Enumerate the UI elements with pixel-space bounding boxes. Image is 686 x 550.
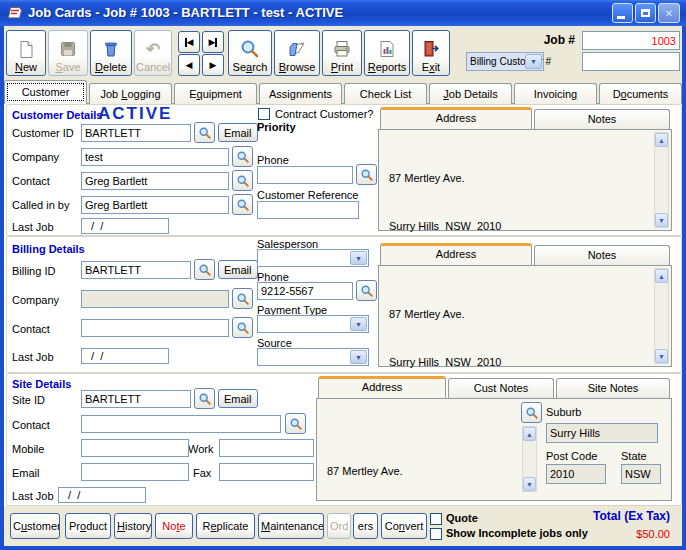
toolbar-browse-button[interactable]: Browse — [274, 30, 320, 76]
footer-orders-button[interactable]: ers — [353, 513, 378, 539]
scroll-down-button[interactable]: ▼ — [523, 477, 536, 491]
customer-id-lookup-button[interactable] — [194, 122, 215, 143]
customer-notes-tab[interactable]: Notes — [534, 109, 670, 129]
scroll-down-button[interactable]: ▼ — [655, 349, 668, 363]
site-contact-field[interactable] — [81, 415, 281, 433]
customer-email-button[interactable]: Email — [218, 123, 258, 142]
nav-next-button[interactable]: ▶ — [202, 54, 224, 76]
job-number-field[interactable] — [582, 31, 680, 50]
site-work-field[interactable] — [219, 439, 314, 457]
billing-notes-tab[interactable]: Notes — [534, 245, 670, 265]
scrollbar[interactable]: ▲ ▼ — [654, 132, 669, 228]
toolbar-search-button[interactable]: Search — [228, 30, 272, 76]
scroll-down-icon: ▼ — [658, 353, 665, 360]
footer-replicate-button[interactable]: Replicate — [196, 513, 255, 539]
billing-phone-field[interactable] — [257, 282, 353, 300]
billing-id-field[interactable] — [81, 261, 191, 279]
company-lookup-button[interactable] — [232, 146, 253, 167]
tab-invoicing[interactable]: Invoicing — [514, 83, 597, 104]
state-field[interactable] — [621, 464, 661, 484]
cust-notes-tab[interactable]: Cust Notes — [448, 378, 554, 398]
toolbar-delete-button[interactable]: Delete — [90, 30, 132, 76]
footer-convert-button[interactable]: Convert — [381, 513, 427, 539]
site-contact-lookup-button[interactable] — [285, 413, 306, 434]
toolbar-cancel-button[interactable]: ↶ Cancel — [134, 30, 172, 76]
billing-id-lookup-button[interactable] — [194, 259, 215, 280]
toolbar-reports-button[interactable]: Reports — [364, 30, 410, 76]
tab-check-list[interactable]: Check List — [344, 83, 427, 104]
footer-product-button[interactable]: Product — [65, 513, 111, 539]
tab-assignments[interactable]: Assignments — [259, 83, 342, 104]
called-in-by-field[interactable] — [81, 196, 229, 214]
payment-type-combo[interactable]: ▼ — [257, 315, 369, 333]
tab-equipment[interactable]: Equipment — [174, 83, 257, 104]
phone-lookup-button[interactable] — [356, 164, 377, 185]
close-button[interactable]: ✕ — [658, 3, 680, 23]
toolbar-save-button[interactable]: Save — [48, 30, 88, 76]
billing-last-job-field[interactable] — [81, 348, 169, 364]
site-fax-field[interactable] — [219, 463, 314, 481]
scroll-up-button[interactable]: ▲ — [655, 133, 668, 147]
scroll-up-button[interactable]: ▲ — [655, 269, 668, 283]
chevron-down-icon[interactable]: ▼ — [350, 251, 367, 265]
show-incomplete-checkbox[interactable] — [430, 528, 442, 540]
site-id-field[interactable] — [81, 390, 191, 408]
tab-documents[interactable]: Documents — [599, 83, 682, 104]
scrollbar[interactable]: ▲ ▼ — [522, 426, 537, 492]
footer-orders-button-disabled[interactable]: Ord — [327, 513, 351, 539]
suburb-lookup-button[interactable] — [521, 402, 542, 423]
quote-checkbox[interactable] — [430, 513, 442, 525]
contact-lookup-button[interactable] — [232, 170, 253, 191]
nav-prev-button[interactable]: ◀ — [178, 54, 200, 76]
footer-customer-button[interactable]: Customer — [10, 513, 60, 539]
chevron-down-icon[interactable]: ▼ — [350, 350, 367, 364]
chevron-down-icon[interactable]: ▼ — [525, 54, 542, 69]
nav-last-button[interactable]: ▶ — [202, 31, 224, 53]
salesperson-combo[interactable]: ▼ — [257, 249, 369, 267]
tab-job-details[interactable]: Job Details — [429, 83, 512, 104]
site-mobile-field[interactable] — [81, 439, 189, 457]
customer-contact-field[interactable] — [81, 172, 229, 190]
site-email-field[interactable] — [81, 463, 189, 481]
site-notes-tab[interactable]: Site Notes — [556, 378, 670, 398]
customer-address-tab[interactable]: Address — [380, 107, 532, 129]
post-code-field[interactable] — [546, 464, 606, 484]
customer-phone-field[interactable] — [257, 166, 353, 184]
billing-customer-combo[interactable]: Billing Customer # ▼ — [466, 52, 544, 71]
toolbar-exit-button[interactable]: Exit — [412, 30, 450, 76]
toolbar-new-button[interactable]: New — [6, 30, 46, 76]
billing-customer-field[interactable] — [582, 52, 680, 71]
billing-company-field[interactable] — [81, 290, 229, 308]
billing-email-button[interactable]: Email — [218, 260, 258, 279]
scrollbar[interactable]: ▲ ▼ — [654, 268, 669, 364]
source-combo[interactable]: ▼ — [257, 348, 369, 366]
called-in-by-lookup-button[interactable] — [232, 194, 253, 215]
site-email-button[interactable]: Email — [218, 389, 258, 408]
billing-address-tab[interactable]: Address — [380, 243, 532, 265]
customer-id-field[interactable] — [81, 124, 191, 142]
contract-customer-checkbox[interactable] — [258, 108, 270, 120]
customer-reference-field[interactable] — [257, 201, 359, 219]
nav-first-button[interactable]: ◀ — [178, 31, 200, 53]
maximize-button[interactable] — [635, 3, 656, 23]
billing-phone-lookup-button[interactable] — [356, 280, 377, 301]
footer-maintenance-button[interactable]: Maintenance — [258, 513, 324, 539]
scroll-down-button[interactable]: ▼ — [655, 213, 668, 227]
tab-job-logging[interactable]: Job Logging — [89, 83, 172, 104]
customer-last-job-field[interactable] — [81, 218, 169, 234]
billing-contact-field[interactable] — [81, 319, 229, 337]
site-address-tab[interactable]: Address — [318, 376, 446, 398]
footer-note-button[interactable]: Note — [155, 513, 193, 539]
minimize-button[interactable] — [612, 3, 633, 23]
scroll-up-button[interactable]: ▲ — [523, 427, 536, 441]
billing-company-lookup-button[interactable] — [232, 288, 253, 309]
toolbar-print-button[interactable]: Print — [322, 30, 362, 76]
tab-customer[interactable]: Customer — [4, 80, 87, 104]
site-last-job-field[interactable] — [58, 487, 146, 503]
site-id-lookup-button[interactable] — [194, 388, 215, 409]
footer-history-button[interactable]: History — [114, 513, 152, 539]
billing-contact-lookup-button[interactable] — [232, 317, 253, 338]
suburb-field[interactable] — [546, 423, 658, 443]
customer-company-field[interactable] — [81, 148, 229, 166]
chevron-down-icon[interactable]: ▼ — [350, 317, 367, 331]
